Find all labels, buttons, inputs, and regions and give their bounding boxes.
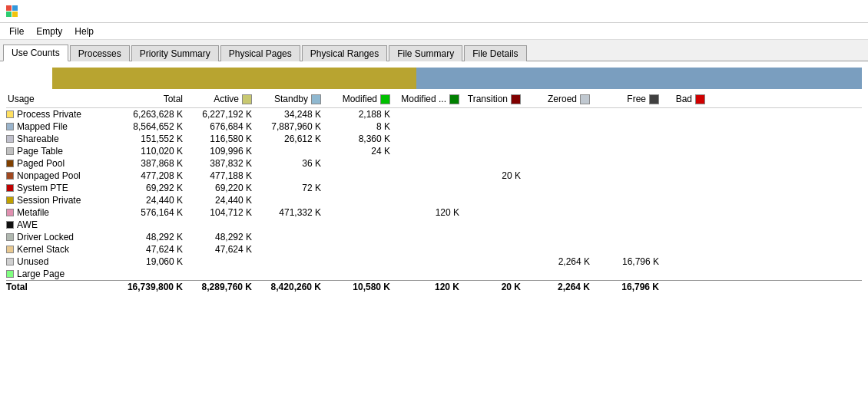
table-cell: 8,564,652 K <box>114 121 183 132</box>
table-cell: Metafile <box>6 207 114 218</box>
table-cell: 110,020 K <box>114 146 183 157</box>
table-cell: 48,292 K <box>183 232 252 242</box>
table-cell: 151,552 K <box>114 134 183 144</box>
table-row: Nonpaged Pool477,208 K477,188 K20 K <box>6 170 862 182</box>
table-cell: 7,887,960 K <box>252 121 321 132</box>
row-color-swatch <box>6 184 14 192</box>
usage-header: Usage <box>6 94 114 104</box>
table-cell: 116,580 K <box>183 134 252 144</box>
color-bar <box>52 68 862 89</box>
table-row: AWE <box>6 219 862 231</box>
row-color-swatch <box>6 123 14 130</box>
table-cell: 387,868 K <box>114 158 183 169</box>
table-cell: Page Table <box>6 146 114 157</box>
table-cell: 10,580 K <box>321 282 390 292</box>
standby-header: Standby <box>252 94 321 104</box>
table-cell: Large Page <box>6 269 114 279</box>
free-swatch <box>649 94 659 104</box>
tab-file-summary[interactable]: File Summary <box>389 45 462 61</box>
tab-file-details[interactable]: File Details <box>464 45 526 61</box>
table-cell: 20 K <box>459 282 521 292</box>
table-row: Kernel Stack47,624 K47,624 K <box>6 243 862 256</box>
color-segment-standby <box>416 68 862 89</box>
table-row: Metafile576,164 K104,712 K471,332 K120 K <box>6 206 862 219</box>
table-cell: 6,263,628 K <box>114 109 183 120</box>
title-controls[interactable] <box>800 2 862 21</box>
table-cell: Nonpaged Pool <box>6 170 114 181</box>
table-cell: 69,220 K <box>183 183 252 193</box>
table-cell: 24,440 K <box>183 195 252 206</box>
table-cell: 477,208 K <box>114 170 183 181</box>
tab-physical-pages[interactable]: Physical Pages <box>220 45 300 61</box>
table-cell: 8,420,260 K <box>252 282 321 292</box>
zeroed-swatch <box>580 94 590 104</box>
table-cell: 16,739,800 K <box>114 282 183 292</box>
transition-header: Transition <box>459 94 521 104</box>
table-cell: Driver Locked <box>6 232 114 242</box>
bad-header: Bad <box>659 94 705 104</box>
table-cell: 471,332 K <box>252 207 321 218</box>
table-rows: Process Private6,263,628 K6,227,192 K34,… <box>6 108 862 293</box>
title-bar <box>0 0 868 23</box>
maximize-button[interactable] <box>822 2 840 21</box>
menu-help[interactable]: Help <box>68 25 100 38</box>
tab-priority-summary[interactable]: Priority Summary <box>131 45 219 61</box>
row-color-swatch <box>6 135 14 143</box>
active-swatch <box>242 94 252 104</box>
table-row: Mapped File8,564,652 K676,684 K7,887,960… <box>6 120 862 133</box>
row-color-swatch <box>6 246 14 253</box>
table-cell: 36 K <box>252 158 321 169</box>
table-cell: 2,264 K <box>521 282 590 292</box>
table-cell: 8,289,760 K <box>183 282 252 292</box>
row-color-swatch <box>6 172 14 180</box>
tab-use-counts[interactable]: Use Counts <box>3 45 68 61</box>
tab-physical-ranges[interactable]: Physical Ranges <box>302 45 387 61</box>
menu-empty[interactable]: Empty <box>30 25 68 38</box>
table-cell: 2,188 K <box>321 109 390 120</box>
tab-bar: Use CountsProcessesPriority SummaryPhysi… <box>0 40 868 61</box>
row-color-swatch <box>6 196 14 204</box>
close-button[interactable] <box>843 2 862 21</box>
table-cell: 2,264 K <box>521 256 590 267</box>
minimize-button[interactable] <box>800 2 819 21</box>
table-cell: 6,227,192 K <box>183 109 252 120</box>
table-row: Total16,739,800 K8,289,760 K8,420,260 K1… <box>6 280 862 293</box>
table-cell: Kernel Stack <box>6 244 114 255</box>
table-cell: 24,440 K <box>114 195 183 206</box>
row-color-swatch <box>6 258 14 265</box>
tab-processes[interactable]: Processes <box>70 45 130 61</box>
bad-swatch <box>695 94 705 104</box>
menu-bar: File Empty Help <box>0 23 868 40</box>
menu-file[interactable]: File <box>3 25 30 38</box>
table-row: System PTE69,292 K69,220 K72 K <box>6 182 862 194</box>
table-cell: 69,292 K <box>114 183 183 193</box>
table-cell: 120 K <box>390 207 459 218</box>
table-cell: 47,624 K <box>114 244 183 255</box>
table-cell: 477,188 K <box>183 170 252 181</box>
table-cell: 8,360 K <box>321 134 390 144</box>
zeroed-header: Zeroed <box>521 94 590 104</box>
table-row: Session Private24,440 K24,440 K <box>6 194 862 206</box>
table-cell: 109,996 K <box>183 146 252 157</box>
table-cell: 104,712 K <box>183 207 252 218</box>
table-cell: 72 K <box>252 183 321 193</box>
table-cell: System PTE <box>6 183 114 193</box>
transition-swatch <box>511 94 521 104</box>
table-row: Unused19,060 K2,264 K16,796 K <box>6 256 862 268</box>
table-cell: 19,060 K <box>114 256 183 267</box>
table-cell: 387,832 K <box>183 158 252 169</box>
table-row: Shareable151,552 K116,580 K26,612 K8,360… <box>6 133 862 145</box>
table-row: Process Private6,263,628 K6,227,192 K34,… <box>6 108 862 120</box>
table-cell: 20 K <box>459 170 521 181</box>
title-left <box>6 5 23 18</box>
table-row: Paged Pool387,868 K387,832 K36 K <box>6 157 862 170</box>
legend-header-row: Usage Total Active Standby Modified Modi… <box>6 94 862 108</box>
row-color-swatch <box>6 221 14 229</box>
modified-header: Modified <box>321 94 390 104</box>
table-cell: Mapped File <box>6 121 114 132</box>
table-cell: 676,684 K <box>183 121 252 132</box>
row-color-swatch <box>6 110 14 118</box>
table-cell: Session Private <box>6 195 114 206</box>
table-cell: Unused <box>6 256 114 267</box>
table-cell: 26,612 K <box>252 134 321 144</box>
